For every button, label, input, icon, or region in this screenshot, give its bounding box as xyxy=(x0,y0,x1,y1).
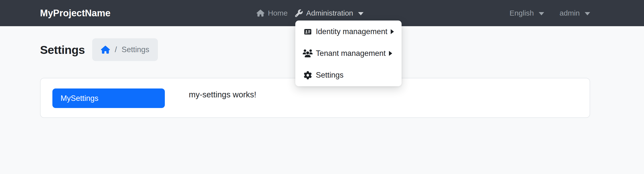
caret-down-icon xyxy=(539,12,544,15)
navbar-right: English admin xyxy=(510,9,590,17)
dropdown-item-label: Settings xyxy=(316,71,344,80)
gear-icon xyxy=(303,71,312,79)
breadcrumb: / Settings xyxy=(92,38,158,61)
dropdown-item-tenant-management[interactable]: Tenant management xyxy=(295,42,402,64)
home-icon xyxy=(256,10,264,16)
language-label: English xyxy=(510,9,534,17)
caret-down-icon xyxy=(358,12,364,15)
dropdown-item-settings[interactable]: Settings xyxy=(295,64,402,86)
administration-dropdown-menu: Identity management Tenant management Se… xyxy=(295,20,402,86)
dropdown-item-identity-management[interactable]: Identity management xyxy=(295,21,402,42)
main-nav: Home Administration xyxy=(256,9,364,17)
breadcrumb-current: Settings xyxy=(122,45,149,54)
settings-content-text: my-settings works! xyxy=(189,90,256,99)
brand-link[interactable]: MyProjectName xyxy=(40,8,110,18)
dropdown-item-label: Identity management xyxy=(316,27,388,36)
mysettings-tab-button[interactable]: MySettings xyxy=(52,88,165,108)
breadcrumb-home-link[interactable] xyxy=(101,46,110,54)
user-label: admin xyxy=(560,9,580,17)
nav-item-label: Administration xyxy=(306,9,353,17)
home-icon xyxy=(101,46,110,54)
caret-right-icon xyxy=(391,29,394,34)
nav-item-administration[interactable]: Administration xyxy=(295,9,364,17)
caret-right-icon xyxy=(389,51,392,56)
user-dropdown[interactable]: admin xyxy=(560,9,590,17)
language-dropdown[interactable]: English xyxy=(510,9,544,17)
id-card-icon xyxy=(303,28,312,36)
wrench-icon xyxy=(295,10,303,17)
page-title: Settings xyxy=(40,43,85,56)
nav-item-home[interactable]: Home xyxy=(256,9,288,17)
breadcrumb-separator: / xyxy=(115,45,117,54)
dropdown-item-label: Tenant management xyxy=(316,49,386,58)
users-icon xyxy=(303,50,312,57)
caret-down-icon xyxy=(585,12,590,15)
nav-item-label: Home xyxy=(268,9,288,17)
